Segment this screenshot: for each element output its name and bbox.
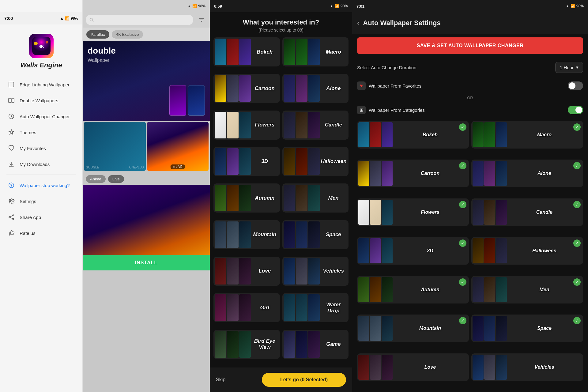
- settings-categories-left: ⊞ Wallpaper From Categories: [357, 106, 425, 114]
- settings-thumbnail: [484, 200, 495, 225]
- category-card-waterdrop[interactable]: Water Drop: [282, 293, 349, 322]
- settings-categories-toggle[interactable]: [568, 106, 583, 114]
- gallery-item-2[interactable]: ● LIVE: [147, 122, 209, 171]
- settings-cat-card-candle[interactable]: Candle✓: [471, 198, 583, 226]
- sidebar-label-share-app: Share App: [20, 215, 41, 220]
- sidebar-item-settings[interactable]: Settings: [2, 193, 80, 209]
- gallery-install-btn[interactable]: INSTALL: [83, 255, 210, 270]
- svg-text:?: ?: [10, 183, 13, 187]
- settings-favorites-toggle[interactable]: [568, 81, 583, 90]
- sidebar-time: 7:00: [4, 16, 13, 21]
- settings-cat-label-3d: 3D: [394, 248, 469, 254]
- categories-time: 6:59: [214, 4, 222, 9]
- settings-cat-label-mountain: Mountain: [394, 326, 469, 331]
- category-label-autumn: Autumn: [252, 195, 280, 201]
- themes-icon: [7, 128, 15, 136]
- sidebar-item-auto-wallpaper[interactable]: Auto Wallpaper Changer: [2, 108, 80, 124]
- settings-cat-card-autumn[interactable]: Autumn✓: [357, 276, 469, 303]
- category-card-flowers[interactable]: Flowers: [213, 111, 280, 140]
- category-card-vehicles[interactable]: Vehicles: [282, 257, 349, 286]
- lets-go-button[interactable]: Let's go (0 Selected): [262, 373, 346, 387]
- category-card-cartoon[interactable]: Cartoon: [213, 74, 280, 103]
- sidebar-item-themes[interactable]: Themes: [2, 124, 80, 140]
- sidebar-item-my-downloads[interactable]: My Downloads: [2, 156, 80, 172]
- category-thumbnail: [227, 258, 239, 285]
- settings-cat-card-bokeh[interactable]: Bokeh✓: [357, 121, 469, 149]
- skip-button[interactable]: Skip: [216, 377, 225, 383]
- category-card-space[interactable]: Space: [282, 220, 349, 249]
- category-thumbnail: [284, 221, 295, 248]
- gallery-content: double Wallpaper GOOGLE ONEPLUS ● LIVE A…: [83, 41, 210, 392]
- settings-header: ‹ Auto Wallpaper Settings: [352, 12, 588, 34]
- category-thumbnail: [308, 148, 320, 175]
- category-label-mountain: Mountain: [252, 232, 280, 238]
- sidebar-item-double-wallpapers[interactable]: Double Wallpapers: [2, 92, 80, 108]
- category-card-halloween[interactable]: Halloween: [282, 147, 349, 176]
- gallery-search-input[interactable]: [86, 15, 193, 25]
- category-thumbnails-love: [213, 257, 252, 286]
- category-card-girl[interactable]: Girl: [213, 293, 280, 322]
- settings-save-button[interactable]: SAVE & SET AUTO WALLPAPER CHANGER: [357, 37, 583, 54]
- settings-cat-card-men[interactable]: Men✓: [471, 276, 583, 303]
- question-icon: ?: [7, 181, 15, 189]
- sidebar-item-rate-us[interactable]: Rate us: [2, 225, 80, 241]
- settings-cat-card-3d[interactable]: 3D✓: [357, 237, 469, 265]
- settings-cat-card-cartoon[interactable]: Cartoon✓: [357, 160, 469, 187]
- category-thumbnail: [239, 75, 251, 102]
- settings-thumbnail: [484, 355, 495, 380]
- settings-back-button[interactable]: ‹: [357, 19, 359, 27]
- category-card-men[interactable]: Men: [282, 183, 349, 213]
- sidebar-item-edge-lighting[interactable]: Edge Lighting Wallpaper: [2, 77, 80, 92]
- settings-thumbnail: [370, 316, 381, 341]
- settings-cat-card-halloween[interactable]: Halloween✓: [471, 237, 583, 265]
- chip-live[interactable]: Live: [108, 175, 124, 183]
- category-thumbnail: [227, 112, 239, 138]
- tab-parallax[interactable]: Parallax: [86, 30, 109, 39]
- settings-thumbnail: [358, 355, 369, 380]
- sidebar-item-wallpaper-stop[interactable]: ? Wallpaper stop working?: [2, 177, 80, 193]
- sidebar-item-share-app[interactable]: Share App: [2, 209, 80, 225]
- settings-thumbnail: [496, 238, 507, 263]
- settings-cat-card-alone[interactable]: Alone✓: [471, 160, 583, 187]
- sidebar-item-my-favorites[interactable]: My Favorites: [2, 140, 80, 156]
- settings-duration-dropdown[interactable]: 1 Hour ▾: [555, 62, 583, 73]
- settings-cat-card-flowers[interactable]: Flowers✓: [357, 198, 469, 226]
- category-thumbnail: [308, 185, 320, 211]
- category-card-autumn[interactable]: Autumn: [213, 183, 280, 213]
- gallery-featured-card[interactable]: double Wallpaper: [83, 41, 210, 121]
- category-card-alone[interactable]: Alone: [282, 74, 349, 103]
- settings-thumbnail: [473, 277, 484, 302]
- category-label-3d: 3D: [252, 158, 280, 164]
- sidebar-label-rate-us: Rate us: [20, 231, 36, 236]
- filter-icon[interactable]: [196, 15, 207, 25]
- category-card-mountain[interactable]: Mountain: [213, 220, 280, 249]
- chip-anime[interactable]: Anime: [86, 175, 106, 183]
- gallery-big-image[interactable]: INSTALL: [83, 185, 210, 270]
- settings-thumbnail: [473, 355, 484, 380]
- settings-cat-card-macro[interactable]: Macro✓: [471, 121, 583, 149]
- category-card-3d[interactable]: 3D: [213, 147, 280, 176]
- category-card-macro[interactable]: Macro: [282, 37, 349, 66]
- category-label-girl: Girl: [252, 305, 280, 311]
- svg-point-2: [34, 42, 38, 45]
- category-card-bokeh[interactable]: Bokeh: [213, 37, 280, 66]
- settings-cat-label-macro: Macro: [508, 132, 583, 138]
- settings-cat-card-space[interactable]: Space✓: [471, 315, 583, 342]
- category-thumbnails-waterdrop: [282, 293, 321, 322]
- category-thumbnail: [239, 221, 251, 248]
- category-thumbnail: [239, 39, 251, 65]
- settings-cat-card-mountain[interactable]: Mountain✓: [357, 315, 469, 342]
- settings-cat-card-love[interactable]: Love: [357, 353, 469, 381]
- gallery-item-1[interactable]: GOOGLE ONEPLUS: [84, 122, 146, 171]
- tab-4k-exclusive[interactable]: 4K Exclusive: [112, 30, 143, 39]
- category-card-bird[interactable]: Bird Eye View: [213, 330, 280, 359]
- category-card-game[interactable]: Game: [282, 330, 349, 359]
- settings-cat-card-vehicles[interactable]: Vehicles: [471, 353, 583, 381]
- settings-cat-label-vehicles: Vehicles: [508, 364, 583, 370]
- gallery-battery: 98%: [198, 4, 205, 8]
- category-label-cartoon: Cartoon: [252, 85, 280, 92]
- category-card-love[interactable]: Love: [213, 257, 280, 286]
- settings-status-icons: ▲📶98%: [566, 4, 584, 8]
- category-card-candle[interactable]: Candle: [282, 111, 349, 140]
- settings-favorites-row: ♥ Wallpaper From Favorites: [357, 77, 583, 94]
